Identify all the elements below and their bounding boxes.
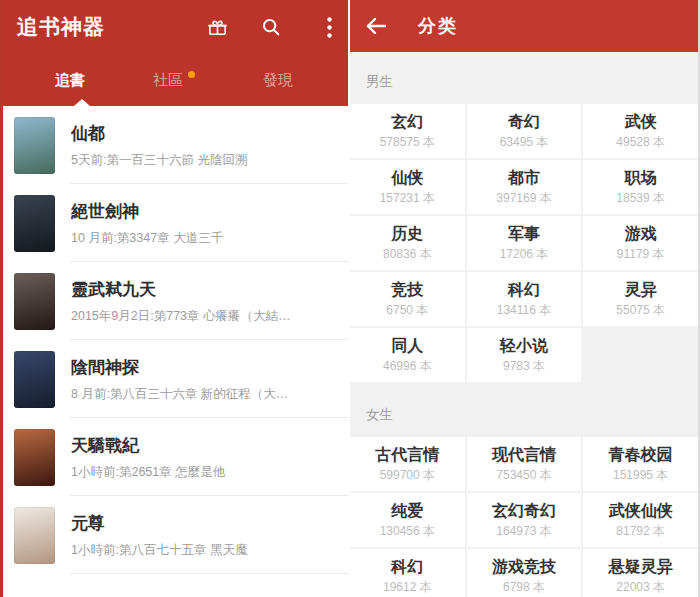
category-count: 151995 本 bbox=[613, 469, 668, 481]
category-count: 63495 本 bbox=[500, 136, 549, 148]
category-name: 古代言情 bbox=[375, 447, 439, 463]
category-name: 军事 bbox=[508, 226, 540, 242]
book-list-item[interactable]: 靈武弒九天 2015年9月2日:第773章 心癢癢（大結… bbox=[0, 262, 348, 340]
category-count: 9783 本 bbox=[503, 360, 545, 372]
category-count: 80836 本 bbox=[383, 248, 432, 260]
category-cell[interactable]: 军事 17206 本 bbox=[467, 216, 582, 270]
category-count: 18539 本 bbox=[616, 192, 665, 204]
section-label: 男生 bbox=[350, 52, 698, 104]
category-name: 武侠 bbox=[625, 114, 657, 130]
category-section: 女生 古代言情 599700 本 现代言情 753450 本 青春校园 1519… bbox=[350, 382, 698, 597]
book-title: 元尊 bbox=[71, 512, 338, 535]
book-update-info: 5天前:第一百三十六節 光陰回溯 bbox=[71, 152, 338, 169]
category-cell[interactable]: 科幻 19612 本 bbox=[350, 549, 465, 597]
category-count: 49528 本 bbox=[616, 136, 665, 148]
book-list: 仙都 5天前:第一百三十六節 光陰回溯 絕世劍神 10 月前:第3347章 大道… bbox=[0, 106, 348, 574]
tab-following[interactable]: 追書 bbox=[18, 71, 122, 90]
section-label: 女生 bbox=[350, 382, 698, 437]
tab-bar: 追書 社區 發現 bbox=[0, 54, 348, 106]
category-cell[interactable]: 古代言情 599700 本 bbox=[350, 437, 465, 491]
category-count: 17206 本 bbox=[500, 248, 549, 260]
book-title: 陰間神探 bbox=[71, 356, 338, 379]
back-arrow-icon[interactable] bbox=[364, 6, 404, 46]
category-cell[interactable]: 轻小说 9783 本 bbox=[467, 328, 582, 382]
category-section: 男生 玄幻 578575 本 奇幻 63495 本 武侠 49528 本 仙侠 … bbox=[350, 52, 698, 382]
category-name: 竞技 bbox=[391, 282, 423, 298]
category-cell[interactable]: 竞技 6750 本 bbox=[350, 272, 465, 326]
book-meta: 仙都 5天前:第一百三十六節 光陰回溯 bbox=[71, 122, 348, 169]
category-count: 134116 本 bbox=[497, 304, 552, 316]
book-list-item[interactable]: 仙都 5天前:第一百三十六節 光陰回溯 bbox=[0, 106, 348, 184]
app-screenshot: 追书神器 bbox=[0, 0, 700, 597]
book-update-info: 2015年9月2日:第773章 心癢癢（大結… bbox=[71, 308, 338, 325]
category-name: 同人 bbox=[391, 338, 423, 354]
category-cell[interactable]: 游戏竞技 6798 本 bbox=[467, 549, 582, 597]
search-icon[interactable] bbox=[244, 7, 298, 47]
category-cell[interactable]: 武侠仙侠 81792 本 bbox=[583, 493, 698, 547]
gift-icon[interactable] bbox=[190, 7, 244, 47]
book-cover bbox=[14, 273, 55, 330]
category-cell[interactable]: 武侠 49528 本 bbox=[583, 104, 698, 158]
category-cell[interactable]: 同人 46996 本 bbox=[350, 328, 465, 382]
category-count: 19612 本 bbox=[383, 581, 432, 593]
category-cell[interactable]: 玄幻奇幻 164973 本 bbox=[467, 493, 582, 547]
book-update-info: 1小時前:第八百七十五章 黑天魔 bbox=[71, 542, 338, 559]
category-name: 玄幻 bbox=[391, 114, 423, 130]
category-cell[interactable]: 游戏 91179 本 bbox=[583, 216, 698, 270]
category-name: 灵异 bbox=[625, 282, 657, 298]
category-cell[interactable]: 奇幻 63495 本 bbox=[467, 104, 582, 158]
book-list-item[interactable]: 天驕戰紀 1小時前:第2651章 怎麼是他 bbox=[0, 418, 348, 496]
category-name: 职场 bbox=[625, 170, 657, 186]
book-list-item[interactable]: 絕世劍神 10 月前:第3347章 大道三千 bbox=[0, 184, 348, 262]
category-name: 现代言情 bbox=[492, 447, 556, 463]
book-list-item[interactable]: 陰間神探 8 月前:第八百三十六章 新的征程（大… bbox=[0, 340, 348, 418]
category-name: 科幻 bbox=[508, 282, 540, 298]
book-update-info: 1小時前:第2651章 怎麼是他 bbox=[71, 464, 338, 481]
book-list-item[interactable]: 元尊 1小時前:第八百七十五章 黑天魔 bbox=[0, 496, 348, 574]
book-cover bbox=[14, 507, 55, 564]
category-count: 753450 本 bbox=[496, 469, 551, 481]
category-count: 397169 本 bbox=[496, 192, 551, 204]
category-cell[interactable]: 职场 18539 本 bbox=[583, 160, 698, 214]
app-bar-actions bbox=[190, 7, 332, 47]
book-cover bbox=[14, 195, 55, 252]
category-count: 599700 本 bbox=[380, 469, 435, 481]
category-count: 130456 本 bbox=[380, 525, 435, 537]
category-cell[interactable]: 玄幻 578575 本 bbox=[350, 104, 465, 158]
book-meta: 絕世劍神 10 月前:第3347章 大道三千 bbox=[71, 200, 348, 247]
page-title: 分类 bbox=[418, 14, 458, 38]
category-grid: 古代言情 599700 本 现代言情 753450 本 青春校园 151995 … bbox=[350, 437, 698, 597]
category-sections: 男生 玄幻 578575 本 奇幻 63495 本 武侠 49528 本 仙侠 … bbox=[350, 52, 698, 597]
tab-community[interactable]: 社區 bbox=[122, 71, 226, 90]
category-cell[interactable]: 都市 397169 本 bbox=[467, 160, 582, 214]
book-meta: 靈武弒九天 2015年9月2日:第773章 心癢癢（大結… bbox=[71, 278, 348, 325]
book-cover bbox=[14, 117, 55, 174]
bookshelf-screen: 追书神器 bbox=[0, 0, 350, 597]
category-name: 武侠仙侠 bbox=[609, 503, 673, 519]
book-cover bbox=[14, 429, 55, 486]
category-cell[interactable]: 纯爱 130456 本 bbox=[350, 493, 465, 547]
category-cell[interactable]: 现代言情 753450 本 bbox=[467, 437, 582, 491]
category-count: 157231 本 bbox=[380, 192, 435, 204]
category-cell[interactable]: 仙侠 157231 本 bbox=[350, 160, 465, 214]
category-count: 46996 本 bbox=[383, 360, 432, 372]
category-cell[interactable]: 灵异 55075 本 bbox=[583, 272, 698, 326]
category-cell[interactable]: 青春校园 151995 本 bbox=[583, 437, 698, 491]
category-cell[interactable]: 科幻 134116 本 bbox=[467, 272, 582, 326]
book-title: 靈武弒九天 bbox=[71, 278, 338, 301]
category-name: 游戏竞技 bbox=[492, 559, 556, 575]
category-cell[interactable]: 历史 80836 本 bbox=[350, 216, 465, 270]
category-count: 578575 本 bbox=[380, 136, 435, 148]
category-name: 游戏 bbox=[625, 226, 657, 242]
category-cell[interactable]: 悬疑灵异 22003 本 bbox=[583, 549, 698, 597]
overflow-menu-icon[interactable] bbox=[298, 7, 332, 47]
category-name: 玄幻奇幻 bbox=[492, 503, 556, 519]
category-name: 轻小说 bbox=[500, 338, 548, 354]
tab-discover[interactable]: 發現 bbox=[226, 71, 330, 90]
category-count: 6750 本 bbox=[386, 304, 428, 316]
book-title: 仙都 bbox=[71, 122, 338, 145]
app-title: 追书神器 bbox=[17, 13, 105, 41]
category-name: 纯爱 bbox=[391, 503, 423, 519]
category-app-bar: 分类 bbox=[350, 0, 698, 52]
category-count: 55075 本 bbox=[616, 304, 665, 316]
